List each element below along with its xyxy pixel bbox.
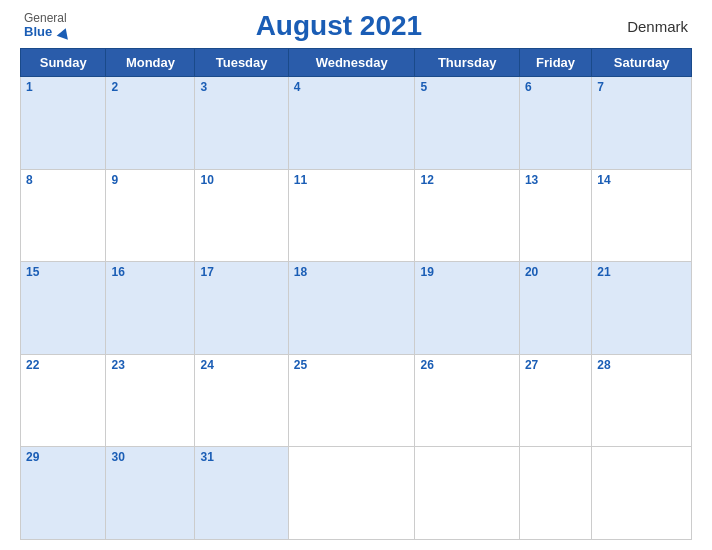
calendar-day-cell: 10 xyxy=(195,169,288,262)
calendar-day-cell: 21 xyxy=(592,262,692,355)
day-number: 27 xyxy=(525,358,538,372)
day-number: 10 xyxy=(200,173,213,187)
day-number: 3 xyxy=(200,80,207,94)
calendar-day-cell: 23 xyxy=(106,354,195,447)
day-number: 9 xyxy=(111,173,118,187)
calendar-day-cell: 4 xyxy=(288,77,415,170)
calendar-table: Sunday Monday Tuesday Wednesday Thursday… xyxy=(20,48,692,540)
calendar-title: August 2021 xyxy=(70,10,608,42)
calendar-day-cell: 24 xyxy=(195,354,288,447)
col-wednesday: Wednesday xyxy=(288,49,415,77)
day-number: 14 xyxy=(597,173,610,187)
country-label: Denmark xyxy=(608,18,688,35)
day-number: 8 xyxy=(26,173,33,187)
logo: General Blue xyxy=(24,12,70,39)
calendar-day-cell: 8 xyxy=(21,169,106,262)
calendar-day-cell: 11 xyxy=(288,169,415,262)
logo-blue-text: Blue xyxy=(24,25,70,39)
calendar-day-cell: 27 xyxy=(519,354,591,447)
day-number: 31 xyxy=(200,450,213,464)
calendar-week-row: 1234567 xyxy=(21,77,692,170)
day-number: 16 xyxy=(111,265,124,279)
calendar-day-cell: 31 xyxy=(195,447,288,540)
calendar-day-cell: 26 xyxy=(415,354,519,447)
day-number: 23 xyxy=(111,358,124,372)
calendar-week-row: 15161718192021 xyxy=(21,262,692,355)
weekday-header-row: Sunday Monday Tuesday Wednesday Thursday… xyxy=(21,49,692,77)
calendar-day-cell: 25 xyxy=(288,354,415,447)
calendar-day-cell: 7 xyxy=(592,77,692,170)
calendar-day-cell: 5 xyxy=(415,77,519,170)
calendar-week-row: 293031 xyxy=(21,447,692,540)
day-number: 24 xyxy=(200,358,213,372)
day-number: 28 xyxy=(597,358,610,372)
calendar-day-cell: 2 xyxy=(106,77,195,170)
col-sunday: Sunday xyxy=(21,49,106,77)
calendar-day-cell: 16 xyxy=(106,262,195,355)
day-number: 15 xyxy=(26,265,39,279)
day-number: 19 xyxy=(420,265,433,279)
calendar-day-cell: 18 xyxy=(288,262,415,355)
calendar-day-cell: 30 xyxy=(106,447,195,540)
day-number: 25 xyxy=(294,358,307,372)
day-number: 17 xyxy=(200,265,213,279)
calendar-day-cell xyxy=(519,447,591,540)
calendar-day-cell: 3 xyxy=(195,77,288,170)
calendar-day-cell: 6 xyxy=(519,77,591,170)
day-number: 5 xyxy=(420,80,427,94)
calendar-day-cell: 14 xyxy=(592,169,692,262)
calendar-day-cell: 13 xyxy=(519,169,591,262)
day-number: 18 xyxy=(294,265,307,279)
calendar-day-cell: 20 xyxy=(519,262,591,355)
day-number: 13 xyxy=(525,173,538,187)
col-monday: Monday xyxy=(106,49,195,77)
day-number: 21 xyxy=(597,265,610,279)
day-number: 6 xyxy=(525,80,532,94)
calendar-week-row: 22232425262728 xyxy=(21,354,692,447)
col-tuesday: Tuesday xyxy=(195,49,288,77)
day-number: 7 xyxy=(597,80,604,94)
day-number: 20 xyxy=(525,265,538,279)
calendar-day-cell: 9 xyxy=(106,169,195,262)
calendar-day-cell: 22 xyxy=(21,354,106,447)
day-number: 4 xyxy=(294,80,301,94)
calendar-day-cell: 15 xyxy=(21,262,106,355)
calendar-day-cell: 29 xyxy=(21,447,106,540)
calendar-week-row: 891011121314 xyxy=(21,169,692,262)
calendar-day-cell: 17 xyxy=(195,262,288,355)
day-number: 26 xyxy=(420,358,433,372)
day-number: 29 xyxy=(26,450,39,464)
col-thursday: Thursday xyxy=(415,49,519,77)
calendar-day-cell xyxy=(592,447,692,540)
day-number: 2 xyxy=(111,80,118,94)
day-number: 11 xyxy=(294,173,307,187)
calendar-day-cell xyxy=(288,447,415,540)
calendar-day-cell xyxy=(415,447,519,540)
calendar-header: General Blue August 2021 Denmark xyxy=(20,10,692,42)
col-friday: Friday xyxy=(519,49,591,77)
calendar-day-cell: 19 xyxy=(415,262,519,355)
day-number: 12 xyxy=(420,173,433,187)
col-saturday: Saturday xyxy=(592,49,692,77)
day-number: 22 xyxy=(26,358,39,372)
calendar-day-cell: 1 xyxy=(21,77,106,170)
day-number: 1 xyxy=(26,80,33,94)
calendar-day-cell: 28 xyxy=(592,354,692,447)
day-number: 30 xyxy=(111,450,124,464)
calendar-day-cell: 12 xyxy=(415,169,519,262)
